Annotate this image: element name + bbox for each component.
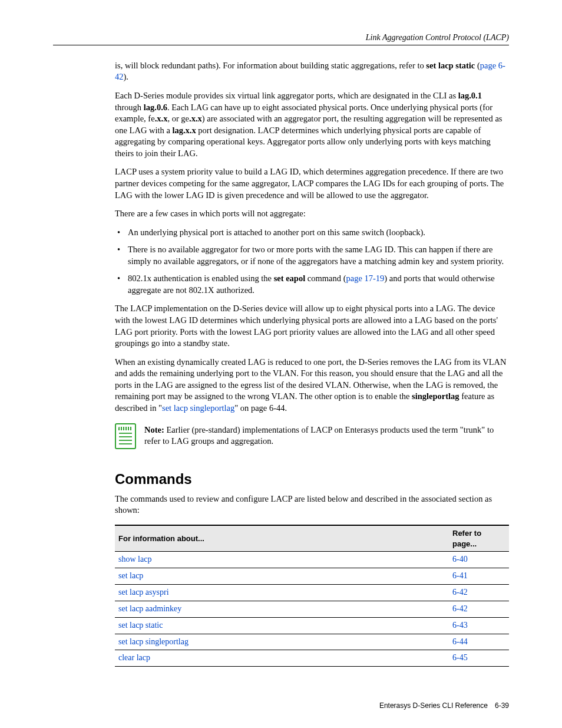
commands-intro: The commands used to review and configur… (115, 493, 509, 516)
header-rule (53, 45, 509, 45)
paragraph-continuation: is, will block redundant paths). For inf… (115, 60, 509, 83)
cmd-link[interactable]: set lacp (118, 571, 143, 580)
text: through (115, 103, 144, 112)
feature-name: singleportlag (412, 391, 459, 401)
cmd-link[interactable]: set lacp asyspri (118, 588, 169, 597)
text: Each D-Series module provides six virtua… (115, 91, 458, 100)
list-item: 802.1x authentication is enabled using t… (115, 273, 509, 296)
cmd-link[interactable]: clear lacp (118, 653, 150, 662)
paragraph: The LACP implementation on the D-Series … (115, 303, 509, 349)
port-name: lag.0.1 (458, 91, 482, 100)
table-row: set lacp static 6-43 (115, 617, 509, 634)
xref-link[interactable]: page 17-19 (346, 274, 384, 283)
page-content: is, will block redundant paths). For inf… (115, 60, 509, 667)
page-link[interactable]: 6-43 (452, 621, 468, 630)
page-link[interactable]: 6-41 (452, 571, 468, 580)
cmd-link[interactable]: set lacp singleportlag (118, 637, 189, 646)
cmd-link[interactable]: show lacp (118, 555, 151, 564)
note-label: Note: (144, 425, 164, 434)
text: ( (475, 61, 480, 70)
page-link[interactable]: 6-40 (452, 555, 468, 564)
page-section-header: Link Aggregation Control Protocol (LACP) (53, 32, 509, 44)
page-link[interactable]: 6-42 (452, 588, 468, 597)
list-item: An underlying physical port is attached … (115, 227, 509, 239)
cmd-link[interactable]: set lacp static (118, 621, 163, 630)
note-text: Note: Earlier (pre-standard) implementat… (144, 423, 509, 447)
commands-table: For information about... Refer to page..… (115, 525, 509, 667)
cmd-name: set eapol (274, 274, 306, 283)
bullet-list: An underlying physical port is attached … (115, 227, 509, 297)
port-suffix: .x.x (189, 114, 202, 123)
text: 802.1x authentication is enabled using t… (128, 274, 274, 283)
footer-page-number: 6-39 (495, 701, 509, 710)
note-block: Note: Earlier (pre-standard) implementat… (115, 423, 509, 449)
table-row: clear lacp 6-45 (115, 650, 509, 667)
table-row: show lacp 6-40 (115, 552, 509, 568)
paragraph: When an existing dynamically created LAG… (115, 357, 509, 414)
footer-book-title: Enterasys D-Series CLI Reference (379, 701, 488, 710)
text: command ( (305, 274, 346, 283)
note-icon (115, 423, 136, 449)
page-link[interactable]: 6-42 (452, 604, 468, 613)
text: " on page 6-44. (234, 403, 287, 413)
text: ). (124, 72, 128, 81)
cmd-link[interactable]: set lacp aadminkey (118, 604, 181, 613)
table-row: set lacp 6-41 (115, 568, 509, 585)
table-row: set lacp aadminkey 6-42 (115, 601, 509, 617)
table-header-info: For information about... (115, 525, 449, 552)
commands-heading: Commands (115, 470, 509, 489)
port-name: lag.x.x (172, 126, 196, 135)
table-row: set lacp asyspri 6-42 (115, 584, 509, 601)
list-item: There is no available aggregator for two… (115, 244, 509, 267)
table-header-page: Refer to page... (449, 525, 509, 552)
paragraph: There are a few cases in which ports wil… (115, 208, 509, 220)
cmd-name: set lacp static (426, 61, 475, 70)
table-row: set lacp singleportlag 6-44 (115, 634, 509, 650)
page-link[interactable]: 6-45 (452, 653, 468, 662)
text: Earlier (pre-standard) implementations o… (144, 425, 494, 446)
port-name: lag.0.6 (144, 103, 167, 112)
text: is, will block redundant paths). For inf… (115, 61, 426, 70)
page-link[interactable]: 6-44 (452, 637, 468, 646)
port-suffix: .x.x (155, 114, 168, 123)
paragraph: Each D-Series module provides six virtua… (115, 90, 509, 159)
page-footer: Enterasys D-Series CLI Reference 6-39 (53, 701, 509, 710)
paragraph: LACP uses a system priority value to bui… (115, 166, 509, 201)
xref-link[interactable]: set lacp singleportlag (162, 403, 234, 413)
text: , or ge (167, 114, 189, 123)
